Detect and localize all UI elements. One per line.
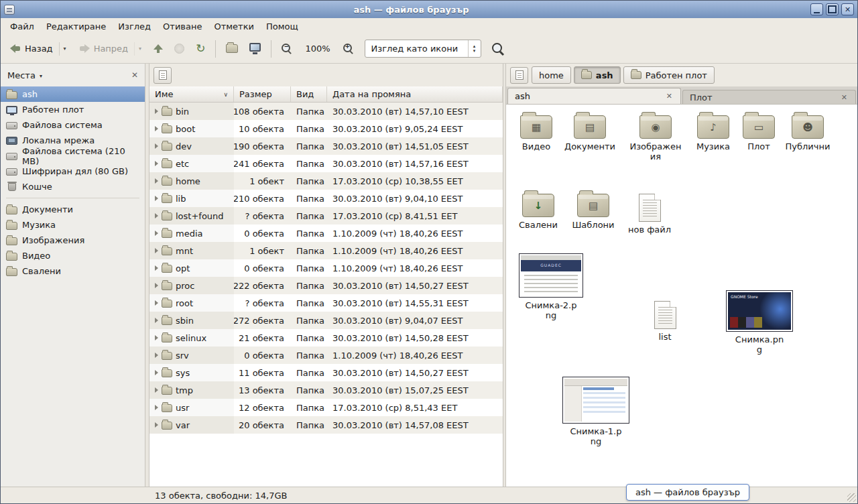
- expander-icon[interactable]: [155, 126, 158, 131]
- column-header-1[interactable]: Размер: [234, 86, 291, 102]
- expander-icon[interactable]: [155, 405, 158, 410]
- table-row[interactable]: boot10 обектаПапка30.03.2010 (вт) 9,05,2…: [149, 120, 503, 137]
- sidebar-item-8[interactable]: Документи: [1, 202, 145, 217]
- table-row[interactable]: mnt1 обектПапка1.10.2009 (чт) 18,40,26 E…: [149, 242, 503, 259]
- icon-item-9[interactable]: GUADECСнимка-2.png: [521, 252, 581, 321]
- minimize-button[interactable]: [810, 3, 823, 15]
- search-button[interactable]: [487, 38, 509, 60]
- expander-icon[interactable]: [155, 161, 158, 166]
- icon-item-5[interactable]: ☻Публични: [778, 110, 838, 151]
- table-row[interactable]: sys11 обектаПапка30.03.2010 (вт) 14,50,2…: [149, 364, 503, 381]
- icon-item-11[interactable]: GNOME StoreСнимка.png: [729, 289, 790, 355]
- expander-icon[interactable]: [155, 353, 158, 358]
- computer-button[interactable]: [245, 38, 265, 60]
- menu-item-4[interactable]: Отметки: [208, 19, 259, 34]
- icon-item-12[interactable]: Снимка-1.png: [566, 375, 626, 447]
- tab-0[interactable]: ash✕: [507, 88, 681, 104]
- path-button-2[interactable]: Работен плот: [623, 66, 715, 84]
- location-bar-toggle-button[interactable]: [154, 67, 172, 84]
- home-button[interactable]: [221, 38, 243, 60]
- table-row[interactable]: tmp13 обектаПапка30.03.2010 (вт) 15,07,2…: [149, 381, 503, 399]
- tab-close-icon[interactable]: ✕: [840, 93, 849, 102]
- expander-icon[interactable]: [155, 370, 158, 375]
- table-row[interactable]: lost+found? обектаПапка17.03.2010 (ср) 8…: [149, 207, 503, 225]
- zoom-out-button[interactable]: −: [277, 38, 297, 60]
- expander-icon[interactable]: [155, 335, 158, 340]
- table-row[interactable]: usr12 обектаПапка17.03.2010 (ср) 8,51,43…: [149, 399, 503, 416]
- table-row[interactable]: bin108 обектаПапка30.03.2010 (вт) 14,57,…: [149, 103, 503, 120]
- path-button-1[interactable]: ash: [574, 66, 621, 84]
- table-row[interactable]: etc241 обектаПапка30.03.2010 (вт) 14,57,…: [149, 155, 503, 172]
- pane-splitter[interactable]: [145, 64, 149, 487]
- sidebar-title[interactable]: Места: [7, 70, 36, 80]
- expander-icon[interactable]: [155, 265, 158, 271]
- sidebar-item-6[interactable]: Кошче: [1, 179, 145, 194]
- column-header-2[interactable]: Вид: [291, 86, 327, 102]
- menu-item-0[interactable]: Файл: [4, 19, 40, 34]
- expander-icon[interactable]: [155, 178, 158, 184]
- sidebar-item-11[interactable]: Видео: [1, 248, 145, 263]
- titlebar[interactable]: ash — файлов браузър ✕: [1, 1, 857, 18]
- expander-icon[interactable]: [155, 387, 158, 393]
- sidebar-item-0[interactable]: ash: [1, 86, 145, 102]
- icon-item-1[interactable]: ▤Документи: [560, 110, 620, 151]
- column-header-0[interactable]: Име∨: [149, 86, 234, 102]
- icon-item-2[interactable]: ◉Изображения: [625, 110, 686, 162]
- sidebar-item-5[interactable]: Шифриран дял (80 GB): [1, 164, 145, 179]
- view-mode-select[interactable]: Изглед като икони ▴ ▾: [365, 40, 481, 58]
- sidebar-item-9[interactable]: Музика: [1, 217, 145, 233]
- back-history-dropdown[interactable]: ▾: [59, 42, 66, 56]
- expander-icon[interactable]: [155, 196, 158, 201]
- icon-item-7[interactable]: ▤Шаблони: [563, 188, 623, 230]
- menu-item-5[interactable]: Помощ: [260, 19, 304, 34]
- menu-item-1[interactable]: Редактиране: [40, 19, 112, 34]
- tab-close-icon[interactable]: ✕: [665, 92, 674, 101]
- stop-button[interactable]: [170, 38, 189, 60]
- menu-item-2[interactable]: Изглед: [112, 19, 157, 34]
- icon-canvas[interactable]: ▦Видео▤Документи◉Изображения♪Музика▭Плот…: [506, 105, 857, 487]
- reload-button[interactable]: ↻: [191, 38, 210, 60]
- icon-item-6[interactable]: ↓Свалени: [508, 188, 568, 230]
- sidebar-item-1[interactable]: Работен плот: [1, 102, 145, 117]
- sidebar-item-4[interactable]: Файлова система (210 MB): [1, 148, 145, 164]
- close-button[interactable]: ✕: [841, 3, 854, 15]
- table-row[interactable]: home1 обектПапка17.03.2010 (ср) 10,38,55…: [149, 172, 503, 190]
- table-row[interactable]: var20 обектаПапка30.03.2010 (вт) 14,57,0…: [149, 416, 503, 434]
- sidebar-item-12[interactable]: Свалени: [1, 263, 145, 279]
- expander-icon[interactable]: [155, 300, 158, 306]
- table-row[interactable]: selinux21 обектаПапка30.03.2010 (вт) 14,…: [149, 329, 503, 346]
- table-row[interactable]: lib210 обектаПапка30.03.2010 (вт) 9,04,1…: [149, 190, 503, 207]
- sidebar-close-button[interactable]: ✕: [131, 70, 138, 80]
- menu-item-3[interactable]: Отиване: [157, 19, 208, 34]
- forward-button[interactable]: Напред ▾: [74, 38, 147, 60]
- expander-icon[interactable]: [155, 318, 158, 323]
- table-row[interactable]: proc222 обектаПапка30.03.2010 (вт) 14,50…: [149, 277, 503, 294]
- expander-icon[interactable]: [155, 231, 158, 236]
- table-row[interactable]: root? обектаПапка30.03.2010 (вт) 14,55,3…: [149, 294, 503, 312]
- table-row[interactable]: sbin272 обектаПапка30.03.2010 (вт) 9,04,…: [149, 312, 503, 329]
- table-row[interactable]: media0 обектаПапка1.10.2009 (чт) 18,40,2…: [149, 225, 503, 242]
- back-button[interactable]: Назад ▾: [5, 38, 72, 60]
- column-header-3[interactable]: Дата на промяна: [327, 86, 503, 102]
- zoom-in-button[interactable]: +: [339, 38, 359, 60]
- icon-item-0[interactable]: ▦Видео: [506, 110, 566, 151]
- tab-1[interactable]: Плот✕: [682, 90, 856, 104]
- expander-icon[interactable]: [155, 213, 158, 218]
- expander-icon[interactable]: [155, 248, 158, 253]
- expander-icon[interactable]: [155, 109, 158, 114]
- sidebar-item-10[interactable]: Изображения: [1, 233, 145, 248]
- expander-icon[interactable]: [155, 143, 158, 149]
- table-row[interactable]: dev190 обектаПапка30.03.2010 (вт) 14,51,…: [149, 137, 503, 155]
- path-button-0[interactable]: home: [532, 66, 571, 84]
- maximize-button[interactable]: [826, 3, 839, 15]
- table-row[interactable]: opt0 обектаПапка1.10.2009 (чт) 18,40,26 …: [149, 259, 503, 277]
- location-bar-toggle-button[interactable]: [510, 67, 528, 84]
- expander-icon[interactable]: [155, 422, 158, 428]
- sidebar-item-2[interactable]: Файлова система: [1, 117, 145, 133]
- icon-item-10[interactable]: list: [635, 297, 695, 342]
- chevron-down-icon[interactable]: ▾: [40, 73, 42, 79]
- resize-grip[interactable]: [847, 493, 856, 502]
- icon-item-8[interactable]: нов файл: [619, 190, 680, 235]
- table-row[interactable]: srv0 обектаПапка1.10.2009 (чт) 18,40,26 …: [149, 346, 503, 364]
- up-button[interactable]: [149, 38, 168, 60]
